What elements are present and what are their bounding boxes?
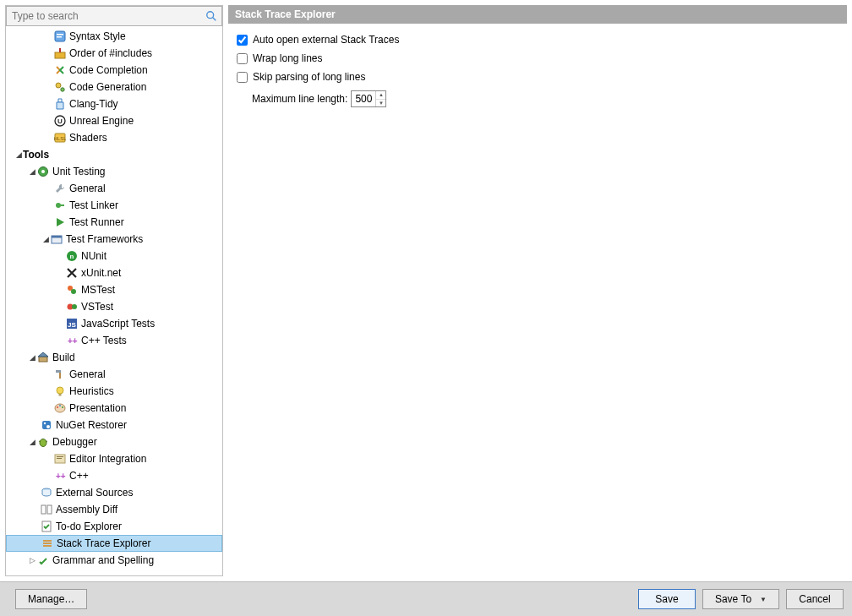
tree-item-xunit[interactable]: xUnit.net: [6, 264, 222, 281]
cancel-button[interactable]: Cancel: [786, 589, 844, 609]
tree-label: JavaScript Tests: [81, 318, 155, 330]
tree-label: Presentation: [69, 402, 126, 414]
svg-line-1: [213, 18, 216, 21]
tree-item-code-generation[interactable]: Code Generation: [6, 79, 222, 95]
search-icon[interactable]: [203, 8, 220, 25]
wrap-label: Wrap long lines: [253, 52, 323, 64]
svg-point-24: [72, 304, 77, 309]
tree-label: General: [69, 183, 106, 194]
build-icon: [36, 351, 50, 364]
tree-item-test-frameworks[interactable]: ◢ Test Frameworks: [6, 231, 222, 248]
tree-item-build-general[interactable]: General: [6, 366, 222, 383]
tree-item-jstests[interactable]: JS JavaScript Tests: [6, 315, 222, 332]
tree-item-assembly-diff[interactable]: Assembly Diff: [6, 501, 222, 518]
tree-item-debugger[interactable]: ◢ Debugger: [6, 433, 222, 450]
tree-item-presentation[interactable]: Presentation: [6, 400, 222, 417]
tree-item-cpp[interactable]: ++ C++: [6, 467, 222, 484]
expand-arrow-icon[interactable]: ◢: [28, 353, 36, 362]
syntax-style-icon: [53, 30, 67, 43]
spinner-down-icon[interactable]: ▼: [376, 100, 385, 107]
tree-item-tools[interactable]: ◢ Tools: [6, 146, 222, 163]
tree-label: Stack Trace Explorer: [57, 537, 150, 549]
tree-item-cpptests[interactable]: ++ C++ Tests: [6, 332, 222, 349]
tree-item-stack-trace-explorer[interactable]: Stack Trace Explorer: [6, 535, 222, 552]
tree-item-code-completion[interactable]: Code Completion: [6, 62, 222, 79]
vstest-icon: [65, 300, 79, 313]
expand-arrow-icon[interactable]: ◢: [14, 150, 23, 159]
svg-rect-6: [59, 48, 61, 52]
max-line-length-input[interactable]: [352, 91, 375, 106]
svg-rect-52: [43, 540, 52, 542]
svg-rect-53: [43, 542, 52, 544]
tree-item-test-runner[interactable]: Test Runner: [6, 214, 222, 231]
skip-checkbox[interactable]: [237, 72, 248, 83]
tree-item-todo-explorer[interactable]: To-do Explorer: [6, 518, 222, 535]
tree-label: Order of #includes: [69, 47, 152, 59]
wrap-checkbox[interactable]: [237, 53, 248, 64]
tree-item-ut-general[interactable]: General: [6, 180, 222, 197]
save-to-button[interactable]: Save To ▼: [702, 589, 779, 609]
tree-item-grammar-spelling[interactable]: ▷ Grammar and Spelling: [6, 552, 222, 569]
svg-point-22: [71, 289, 76, 294]
search-row: [6, 6, 222, 26]
collapse-arrow-icon[interactable]: ▷: [28, 556, 36, 564]
svg-rect-4: [57, 36, 62, 38]
svg-rect-46: [57, 458, 62, 459]
svg-rect-45: [57, 456, 63, 457]
tree-item-nuget-restorer[interactable]: NuGet Restorer: [6, 417, 222, 433]
svg-point-8: [61, 88, 64, 91]
wrap-checkbox-row[interactable]: Wrap long lines: [237, 49, 838, 68]
tree-item-vstest[interactable]: VSTest: [6, 298, 222, 315]
mstest-icon: [65, 283, 79, 297]
tree-item-clang-tidy[interactable]: Clang-Tidy: [6, 95, 222, 112]
tree-label: To-do Explorer: [56, 521, 122, 532]
svg-text:++: ++: [56, 472, 66, 481]
save-button[interactable]: Save: [638, 589, 696, 609]
expand-arrow-icon[interactable]: ◢: [41, 235, 50, 243]
svg-point-14: [41, 170, 45, 173]
max-line-length-spinner[interactable]: ▲ ▼: [351, 90, 386, 107]
svg-point-36: [59, 405, 61, 406]
svg-rect-3: [57, 34, 63, 35]
unit-testing-icon: [36, 165, 50, 178]
shaders-icon: HLSL: [53, 131, 67, 144]
tree-label: Unit Testing: [52, 166, 105, 177]
includes-icon: [53, 46, 67, 60]
tree-label: Grammar and Spelling: [52, 554, 154, 566]
tree-label: Test Linker: [69, 199, 118, 211]
skip-checkbox-row[interactable]: Skip parsing of long lines: [237, 68, 838, 86]
auto-open-checkbox-row[interactable]: Auto open external Stack Traces: [237, 30, 838, 49]
tree-item-test-linker[interactable]: Test Linker: [6, 197, 222, 214]
expand-arrow-icon[interactable]: ◢: [28, 167, 36, 176]
tree-label: Code Completion: [69, 64, 148, 76]
tree-item-unreal-engine[interactable]: U Unreal Engine: [6, 112, 222, 129]
code-completion-icon: [53, 63, 67, 77]
spinner-up-icon[interactable]: ▲: [376, 91, 385, 100]
manage-button[interactable]: Manage…: [15, 589, 87, 609]
tree-item-heuristics[interactable]: Heuristics: [6, 383, 222, 400]
svg-rect-33: [59, 394, 62, 396]
options-tree[interactable]: Syntax Style Order of #includes Code Com…: [6, 26, 222, 575]
content-title: Stack Trace Explorer: [228, 5, 847, 24]
tree-item-external-sources[interactable]: External Sources: [6, 484, 222, 501]
auto-open-checkbox[interactable]: [237, 35, 248, 46]
tree-item-editor-integration[interactable]: Editor Integration: [6, 450, 222, 467]
nuget-icon: [40, 418, 53, 432]
xunit-icon: [65, 266, 79, 280]
expand-arrow-icon[interactable]: ◢: [28, 438, 36, 446]
svg-point-15: [56, 203, 61, 208]
frameworks-icon: [50, 232, 63, 246]
search-input[interactable]: [7, 8, 203, 24]
tree-item-order-includes[interactable]: Order of #includes: [6, 45, 222, 62]
tree-item-syntax-style[interactable]: Syntax Style: [6, 28, 222, 45]
content-panel: Stack Trace Explorer Auto open external …: [228, 5, 847, 576]
footer: Manage… Save Save To ▼ Cancel: [0, 581, 852, 616]
bulb-icon: [53, 384, 67, 398]
tree-item-nunit[interactable]: n NUnit: [6, 248, 222, 264]
tree-item-mstest[interactable]: MSTest: [6, 281, 222, 298]
tree-label: Test Frameworks: [66, 233, 143, 245]
tree-label: Shaders: [69, 132, 107, 144]
tree-item-build[interactable]: ◢ Build: [6, 349, 222, 366]
tree-item-shaders[interactable]: HLSL Shaders: [6, 129, 222, 146]
tree-item-unit-testing[interactable]: ◢ Unit Testing: [6, 163, 222, 180]
